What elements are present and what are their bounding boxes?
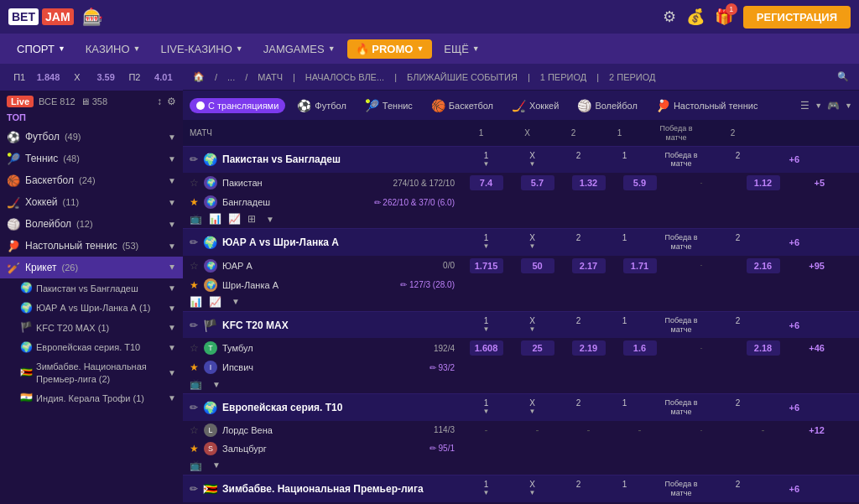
sidebar-item-cricket[interactable]: 🏏 Крикет (26) ▲ [0, 257, 183, 278]
star-filled-icon[interactable]: ★ [190, 443, 199, 455]
odds-button[interactable]: 7.4 [470, 175, 503, 190]
breadcrumb-sport[interactable]: ... [224, 72, 238, 82]
edit-icon[interactable]: ✏ [190, 320, 198, 331]
odds-button[interactable]: 1.6 [623, 340, 657, 356]
match-item-kfc[interactable]: 🏴 KFC T20 MAX (1) ▼ [0, 318, 183, 338]
sport-name: Футбол [25, 131, 60, 143]
match-item-pakistan[interactable]: 🌍 Пакистан vs Бангладеш ▼ [0, 278, 183, 299]
nav-live-casino[interactable]: LIVE-КАЗИНО ▼ [153, 39, 252, 59]
wallet-icon[interactable]: 💰 [686, 8, 705, 26]
star-filled-icon[interactable]: ★ [190, 196, 199, 208]
star-filled-icon[interactable]: ★ [190, 361, 199, 373]
sidebar-item-volleyball[interactable]: 🏐 Волейбол (12) ▼ [0, 213, 183, 235]
odds-button[interactable]: 1.32 [572, 175, 606, 190]
search-icon[interactable]: 🔍 [834, 71, 852, 82]
more-button[interactable]: +5 [814, 178, 825, 188]
live-stream-toggle[interactable]: С трансляциями [190, 98, 285, 113]
event-val-1: 1▼ [463, 480, 509, 498]
edit-icon[interactable]: ✏ [190, 402, 198, 413]
chevron-down-icon[interactable]: ▼ [212, 460, 221, 470]
filter-football[interactable]: ⚽ Футбол [290, 96, 353, 115]
star-icon[interactable]: ☆ [190, 177, 199, 189]
star-icon[interactable]: ☆ [190, 424, 199, 436]
graph-icon[interactable]: 📈 [209, 296, 221, 308]
match-item-southafrica[interactable]: 🌍 ЮАР А vs Шри-Ланка А (1) ▼ [0, 299, 183, 319]
home-icon[interactable]: 🏠 [190, 71, 208, 82]
nav-casino[interactable]: КАЗИНО ▼ [77, 39, 149, 59]
match-item-india[interactable]: 🇮🇳 Индия. Керала Трофи (1) ▼ [0, 388, 183, 408]
sidebar-item-tennis[interactable]: 🎾 Теннис (48) ▼ [0, 148, 183, 169]
edit-icon[interactable]: ✏ [190, 483, 198, 495]
odds-cell-x: 5.7 [514, 175, 560, 190]
filter-tennis[interactable]: 🎾 Теннис [358, 96, 419, 115]
event-more-button[interactable]: +6 [766, 237, 799, 247]
more-button[interactable]: +12 [809, 425, 825, 435]
gift-icon[interactable]: 🎁1 [715, 8, 733, 26]
event-win-label: Победа вматче [648, 398, 715, 417]
tv-icon[interactable]: 📺 [190, 378, 202, 390]
register-button[interactable]: РЕГИСТРАЦИЯ [743, 6, 851, 29]
tv-icon[interactable]: 📺 [190, 460, 202, 471]
sidebar-item-hockey[interactable]: 🏒 Хоккей (11) ▼ [0, 191, 183, 213]
event-win-label: Победа вматче [648, 233, 715, 252]
sidebar-item-tabletennis[interactable]: 🏓 Настольный теннис (53) ▼ [0, 235, 183, 257]
edit-icon[interactable]: ✏ [190, 236, 198, 248]
event-header-vals: 1▼ X▼ 2 1 Победа вматче 2 [463, 316, 761, 335]
odds-button[interactable]: 1.71 [623, 258, 657, 273]
odds-cell-1: 1.715 [463, 258, 509, 273]
chevron-down-icon[interactable]: ▼ [232, 297, 240, 306]
filter-volleyball[interactable]: 🏐 Волейбол [570, 96, 644, 115]
sort-icon[interactable]: ↕ [157, 96, 162, 107]
more-button[interactable]: +46 [809, 343, 825, 353]
tv-icon[interactable]: 📺 [190, 213, 202, 225]
odds-button[interactable]: 2.18 [747, 340, 780, 356]
odds-button[interactable]: 5.7 [521, 175, 554, 190]
odds-button[interactable]: 1.608 [470, 340, 503, 356]
list-icon[interactable]: ☰ [800, 100, 810, 112]
live-header: Live ВСЕ 812 🖥 358 ↕ ⚙ [0, 91, 183, 109]
filter-label: Баскетбол [449, 101, 493, 111]
more-button[interactable]: +95 [809, 261, 825, 271]
star-icon[interactable]: ☆ [190, 342, 199, 354]
filter-hockey[interactable]: 🏒 Хоккей [505, 96, 565, 115]
event-more-button[interactable]: +6 [766, 484, 799, 494]
match-item-zimbabwe[interactable]: 🇿🇼 Зимбабве. Национальная Премьер-лига (… [0, 357, 183, 388]
odds-button[interactable]: 2.17 [572, 258, 606, 273]
chart-icon[interactable]: 📊 [209, 213, 221, 225]
star-filled-icon[interactable]: ★ [190, 279, 199, 291]
odds-button[interactable]: 1.12 [747, 175, 780, 190]
event-more-button[interactable]: +6 [766, 403, 799, 413]
settings-small-icon[interactable]: ⚙ [167, 96, 176, 107]
sidebar-item-football[interactable]: ⚽ Футбол (49) ▼ [0, 126, 183, 148]
filter-tabletennis[interactable]: 🏓 Настольный теннис [649, 96, 765, 115]
nav-jamgames[interactable]: JAMGAMES ▼ [255, 39, 344, 59]
odds-button[interactable]: 25 [521, 340, 554, 356]
event-val-2b: 2 [715, 480, 761, 498]
gamepad-icon[interactable]: 🎮 [827, 100, 840, 112]
sidebar-item-basketball[interactable]: 🏀 Баскетбол (24) ▼ [0, 169, 183, 191]
star-icon[interactable]: ☆ [190, 260, 199, 272]
event-header-vals: 1 ▼ X ▼ 2 1 Победа вматче [463, 151, 761, 169]
odds-button[interactable]: 2.19 [572, 340, 606, 356]
graph-icon[interactable]: 📈 [228, 213, 241, 225]
nav-more[interactable]: ЕЩЁ ▼ [435, 39, 487, 59]
settings-icon[interactable]: ⚙ [663, 8, 676, 26]
event-val-1b: 1 [601, 398, 648, 417]
chevron-down-icon[interactable]: ▼ [212, 380, 221, 389]
filter-basketball[interactable]: 🏀 Баскетбол [424, 96, 500, 115]
edit-icon[interactable]: ✏ [190, 153, 198, 165]
match-item-european[interactable]: 🌍 Европейская серия. Т10 ▼ [0, 338, 183, 358]
chevron-down-icon[interactable]: ▼ [266, 215, 274, 224]
odds-button[interactable]: 2.16 [747, 258, 780, 273]
odds-button[interactable]: 50 [521, 258, 554, 273]
event-more-button[interactable]: +6 [766, 154, 799, 164]
odds-cell-1: 7.4 [463, 175, 509, 190]
odds-button[interactable]: 1.715 [470, 258, 503, 273]
odds-button[interactable]: 5.9 [623, 175, 657, 190]
chart-icon[interactable]: 📊 [190, 296, 202, 308]
nav-sport[interactable]: СПОРТ ▼ [8, 39, 74, 59]
nav-promo[interactable]: 🔥 PROMO ▼ [347, 39, 433, 59]
grid-icon[interactable]: ⊞ [247, 213, 256, 225]
breadcrumb-period2: 2 ПЕРИОД [606, 72, 659, 82]
event-more-button[interactable]: +6 [766, 320, 799, 330]
